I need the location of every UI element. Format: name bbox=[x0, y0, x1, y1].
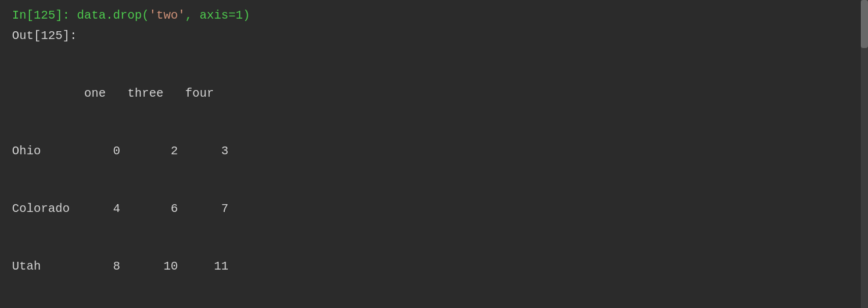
dataframe-125-row-0: Ohio 0 2 3 bbox=[12, 142, 856, 161]
input-code-prefix-125: data.drop( bbox=[77, 8, 149, 22]
input-code-middle-125: , axis=1) bbox=[185, 8, 250, 22]
cell-125-input: In[125]: data.drop('two', axis=1) bbox=[12, 6, 856, 25]
notebook-output: In[125]: data.drop('two', axis=1) Out[12… bbox=[0, 0, 868, 308]
cell-125-output: Out[125]: one three four Ohio 0 2 3 Colo… bbox=[12, 26, 856, 308]
input-string1-125: 'two' bbox=[149, 8, 185, 22]
dataframe-125: one three four Ohio 0 2 3 Colorado 4 6 7… bbox=[12, 46, 856, 308]
input-line-125: In[125]: data.drop('two', axis=1) bbox=[12, 6, 856, 25]
input-prompt-125: In[125]: bbox=[12, 8, 70, 22]
dataframe-125-row-1: Colorado 4 6 7 bbox=[12, 199, 856, 219]
scrollbar-thumb[interactable] bbox=[861, 0, 868, 48]
scrollbar[interactable] bbox=[861, 0, 868, 308]
output-prompt-125: Out[125]: bbox=[12, 26, 856, 46]
dataframe-125-header: one three four bbox=[12, 84, 856, 103]
dataframe-125-row-2: Utah 8 10 11 bbox=[12, 257, 856, 276]
